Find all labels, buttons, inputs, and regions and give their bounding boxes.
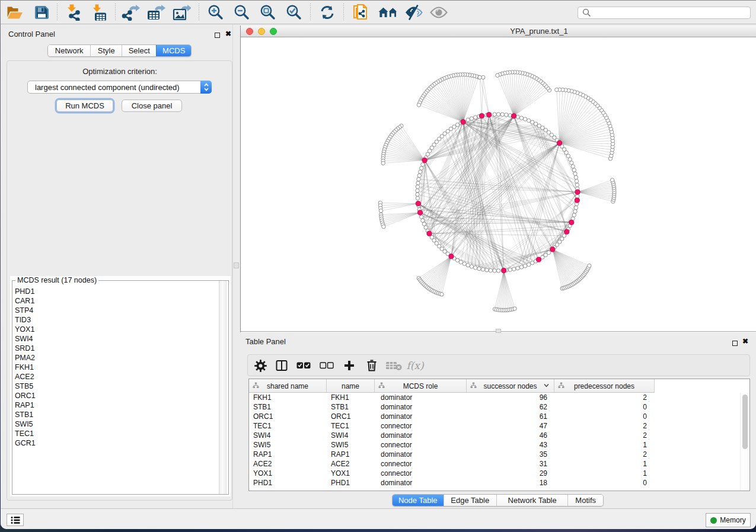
cell-mcds_role[interactable]: dominator [381,393,412,402]
cell-name[interactable]: ORC1 [331,412,350,421]
graph-node[interactable] [470,265,473,268]
graph-node[interactable] [574,175,578,179]
graph-node[interactable] [485,268,489,272]
cell-mcds_role[interactable]: dominator [381,478,412,488]
graph-node[interactable] [547,251,550,254]
graph-dominator-node[interactable] [557,140,562,145]
cell-mcds_role[interactable]: connector [381,459,412,469]
graph-node[interactable] [455,258,459,262]
graph-node[interactable] [574,206,578,209]
graph-node[interactable] [416,185,419,188]
graph-node[interactable] [496,113,500,116]
cell-shared_name[interactable]: ORC1 [253,412,273,421]
import-network-icon[interactable] [64,3,84,22]
graph-node[interactable] [512,267,516,271]
optimization-criterion-select[interactable]: largest connected component (undirected) [27,81,212,94]
graph-node[interactable] [524,264,527,268]
table-row-FKH1[interactable]: FKH1FKH1dominator962 [249,393,749,402]
graph-node[interactable] [481,268,484,271]
mcds-result-list[interactable]: PHD1CAR1STP4TID3YOX1SWI4SRD1PMA2FKH1ACE2… [12,287,219,496]
graph-dominator-node[interactable] [569,220,574,225]
graph-dominator-node[interactable] [427,231,432,236]
cell-mcds_role[interactable]: dominator [381,450,412,459]
graph-node[interactable] [466,118,470,121]
cell-mcds_role[interactable]: connector [381,440,412,450]
mcds-result-item[interactable]: PMA2 [12,353,219,363]
delete-column-trash-icon[interactable] [363,357,381,374]
cell-shared_name[interactable]: TEC1 [253,421,272,431]
mcds-result-item[interactable]: FKH1 [12,363,219,372]
cell-mcds_role[interactable]: connector [381,421,412,431]
tab-node-table[interactable]: Node Table [393,495,444,506]
graph-node[interactable] [570,161,573,165]
search-input[interactable] [578,7,751,19]
table-panel-float-icon[interactable] [732,338,738,348]
minimize-traffic-light[interactable] [258,28,265,35]
graph-node[interactable] [572,168,576,172]
close-traffic-light[interactable] [246,28,253,35]
graph-node[interactable] [421,163,425,166]
task-history-button[interactable] [7,514,24,526]
graph-node[interactable] [573,210,577,213]
tab-network[interactable]: Network [48,45,90,56]
mcds-result-item[interactable]: GCR1 [12,438,219,448]
graph-node[interactable] [477,267,481,270]
zoom-in-icon[interactable] [205,3,225,22]
mcds-result-item[interactable]: TEC1 [12,429,219,438]
cell-shared_name[interactable]: PHD1 [253,478,272,488]
cell-predecessor_nodes[interactable]: 2 [554,431,647,440]
graph-node[interactable] [500,113,504,116]
graph-leaf-node[interactable] [381,161,385,165]
graph-node[interactable] [421,219,425,222]
cell-shared_name[interactable]: FKH1 [253,393,272,402]
cell-mcds_role[interactable]: connector [381,469,412,478]
close-panel-button[interactable]: Close panel [122,100,182,112]
graph-node[interactable] [470,117,473,120]
graph-node[interactable] [417,174,421,177]
memory-button[interactable]: Memory [706,513,751,527]
graph-leaf-node[interactable] [478,75,481,79]
tab-edge-table[interactable]: Edge Table [444,495,497,506]
graph-dominator-node[interactable] [487,113,492,117]
graph-leaf-node[interactable] [496,73,499,77]
graph-node[interactable] [474,266,477,270]
control-panel-close-icon[interactable]: ✖ [225,31,231,37]
cell-predecessor_nodes[interactable]: 2 [554,421,647,431]
mcds-result-item[interactable]: PHD1 [12,287,219,296]
graph-dominator-node[interactable] [422,158,427,162]
graph-node[interactable] [519,116,523,120]
graph-node[interactable] [420,166,423,170]
cell-predecessor_nodes[interactable]: 1 [554,440,647,450]
column-header-successor-nodes[interactable]: successor nodes [467,379,554,393]
export-table-icon[interactable] [146,3,166,22]
graph-node[interactable] [416,189,419,193]
cell-name[interactable]: PHD1 [331,478,350,488]
graph-leaf-node[interactable] [513,307,516,310]
cell-successor_nodes[interactable]: 96 [467,393,547,402]
graph-node[interactable] [572,213,576,217]
cell-name[interactable]: SWI4 [331,431,348,440]
graph-node[interactable] [575,183,579,187]
node-table[interactable]: shared namenameMCDS rolesuccessor nodesp… [248,379,750,491]
horizontal-splitter-handle[interactable] [496,329,501,333]
cell-successor_nodes[interactable]: 46 [467,431,547,440]
home-icon[interactable] [378,3,398,22]
mcds-result-item[interactable]: RAP1 [12,400,219,410]
network-view-titlebar[interactable]: YPA_prune.txt_1 [241,25,756,37]
graph-node[interactable] [417,177,420,181]
table-row-STB1[interactable]: STB1STB1dominator620 [249,402,749,412]
tab-select[interactable]: Select [122,45,157,56]
mcds-result-item[interactable]: SWI4 [12,334,219,344]
vertical-splitter[interactable] [233,24,240,508]
vertical-splitter-handle[interactable] [234,262,239,268]
mcds-result-item[interactable]: TID3 [12,315,219,325]
graph-leaf-node[interactable] [379,209,382,213]
cell-successor_nodes[interactable]: 61 [467,412,547,421]
zoom-fit-icon[interactable] [257,3,277,22]
table-row-RAP1[interactable]: RAP1RAP1dominator352 [249,450,749,459]
zoom-out-icon[interactable] [231,3,251,22]
graph-node[interactable] [575,180,578,183]
cell-name[interactable]: ACE2 [331,459,349,469]
column-header-predecessor-nodes[interactable]: predecessor nodes [554,379,655,393]
graph-dominator-node[interactable] [502,268,506,273]
